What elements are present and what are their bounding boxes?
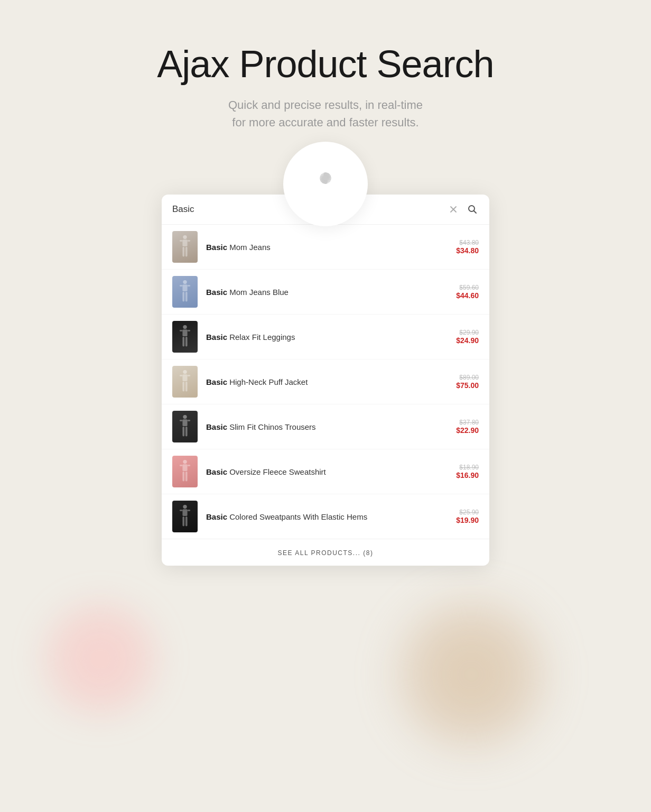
svg-rect-13	[188, 285, 191, 287]
product-silhouette	[178, 325, 192, 349]
product-silhouette	[178, 280, 192, 304]
see-all-link[interactable]: SEE ALL PRODUCTS... (8)	[278, 549, 374, 557]
product-keyword: Basic	[206, 512, 227, 521]
svg-rect-25	[188, 375, 191, 376]
product-name: Basic Mom Jeans	[206, 243, 456, 252]
product-thumbnail	[172, 456, 198, 487]
svg-rect-18	[180, 330, 183, 331]
price-original: $29.90	[456, 329, 479, 336]
search-icons	[448, 203, 479, 216]
page-subtitle: Quick and precise results, in real-time …	[228, 96, 423, 131]
price-sale: $19.90	[456, 516, 479, 524]
page-container: Ajax Product Search Quick and precise re…	[0, 0, 651, 566]
page-title: Ajax Product Search	[157, 42, 494, 86]
see-all-row: SEE ALL PRODUCTS... (8)	[162, 539, 489, 566]
results-list: Basic Mom Jeans $43.80 $34.80 Basic Mom …	[162, 225, 489, 539]
clear-button[interactable]	[448, 204, 459, 215]
product-thumbnail	[172, 366, 198, 398]
svg-rect-31	[188, 420, 191, 421]
price-sale: $44.60	[456, 291, 479, 300]
svg-rect-19	[188, 330, 191, 331]
product-price: $59.60 $44.60	[456, 284, 479, 300]
product-thumbnail	[172, 501, 198, 532]
svg-line-3	[474, 211, 477, 214]
product-price: $89.00 $75.00	[456, 374, 479, 390]
product-name: Basic Slim Fit Chinos Trousers	[206, 422, 456, 431]
bg-decoration-right	[397, 601, 545, 749]
svg-point-34	[183, 460, 187, 464]
price-original: $89.00	[456, 374, 479, 381]
svg-rect-38	[182, 472, 184, 481]
price-original: $18.90	[456, 464, 479, 471]
search-button[interactable]	[466, 203, 479, 216]
product-thumbnail	[172, 231, 198, 263]
price-original: $25.90	[456, 509, 479, 516]
product-silhouette	[178, 370, 192, 394]
svg-point-10	[183, 280, 187, 284]
search-ui-wrapper: Basic Mom Jeans $43.80 $34.80 Basic Mom …	[162, 195, 489, 566]
result-item[interactable]: Basic Mom Jeans $43.80 $34.80	[162, 225, 489, 270]
bg-decoration-left	[42, 601, 159, 717]
product-thumbnail	[172, 411, 198, 442]
product-thumbnail	[172, 321, 198, 353]
svg-rect-33	[185, 427, 188, 436]
svg-rect-15	[185, 292, 188, 301]
spinner-animation	[307, 165, 344, 202]
result-item[interactable]: Basic Relax Fit Leggings $29.90 $24.90	[162, 315, 489, 359]
search-box: Basic Mom Jeans $43.80 $34.80 Basic Mom …	[162, 195, 489, 566]
svg-rect-9	[185, 247, 188, 256]
svg-rect-20	[182, 337, 184, 346]
svg-point-40	[183, 505, 187, 509]
product-silhouette	[178, 414, 192, 439]
result-item[interactable]: Basic High-Neck Puff Jacket $89.00 $75.0…	[162, 359, 489, 404]
price-original: $43.80	[456, 239, 479, 246]
result-item[interactable]: Basic Colored Sweatpants With Elastic He…	[162, 494, 489, 539]
product-silhouette	[178, 235, 192, 259]
product-name: Basic Mom Jeans Blue	[206, 288, 456, 297]
product-price: $43.80 $34.80	[456, 239, 479, 255]
svg-point-16	[183, 325, 187, 329]
product-name: Basic Oversize Fleece Sweatshirt	[206, 467, 456, 476]
svg-rect-29	[182, 419, 187, 426]
svg-rect-39	[185, 472, 188, 481]
result-item[interactable]: Basic Slim Fit Chinos Trousers $37.80 $2…	[162, 404, 489, 449]
svg-rect-6	[180, 240, 183, 242]
price-sale: $34.80	[456, 246, 479, 255]
product-price: $37.80 $22.90	[456, 419, 479, 435]
svg-rect-30	[180, 420, 183, 421]
svg-rect-45	[185, 516, 188, 526]
product-keyword: Basic	[206, 422, 227, 431]
svg-rect-37	[188, 465, 191, 466]
svg-rect-24	[180, 375, 183, 376]
product-keyword: Basic	[206, 377, 227, 386]
result-item[interactable]: Basic Mom Jeans Blue $59.60 $44.60	[162, 270, 489, 315]
product-name: Basic Relax Fit Leggings	[206, 333, 456, 342]
product-keyword: Basic	[206, 243, 227, 252]
svg-rect-26	[182, 382, 184, 391]
product-keyword: Basic	[206, 288, 227, 297]
product-price: $18.90 $16.90	[456, 464, 479, 479]
price-sale: $24.90	[456, 336, 479, 345]
close-icon	[449, 205, 458, 214]
svg-rect-43	[188, 510, 191, 511]
svg-rect-42	[180, 510, 183, 511]
product-name: Basic Colored Sweatpants With Elastic He…	[206, 512, 456, 521]
svg-point-4	[183, 235, 187, 239]
product-silhouette	[178, 459, 192, 484]
search-icon	[467, 204, 478, 215]
price-sale: $16.90	[456, 471, 479, 479]
svg-rect-8	[182, 247, 184, 256]
svg-rect-11	[182, 284, 187, 291]
svg-rect-5	[182, 239, 187, 246]
svg-rect-44	[182, 516, 184, 526]
loading-spinner	[283, 142, 368, 226]
svg-rect-12	[180, 285, 183, 287]
result-item[interactable]: Basic Oversize Fleece Sweatshirt $18.90 …	[162, 449, 489, 494]
svg-rect-36	[180, 465, 183, 466]
svg-point-28	[183, 415, 187, 419]
svg-rect-27	[185, 382, 188, 391]
product-silhouette	[178, 504, 192, 529]
product-thumbnail	[172, 276, 198, 308]
price-original: $59.60	[456, 284, 479, 291]
product-price: $25.90 $19.90	[456, 509, 479, 524]
